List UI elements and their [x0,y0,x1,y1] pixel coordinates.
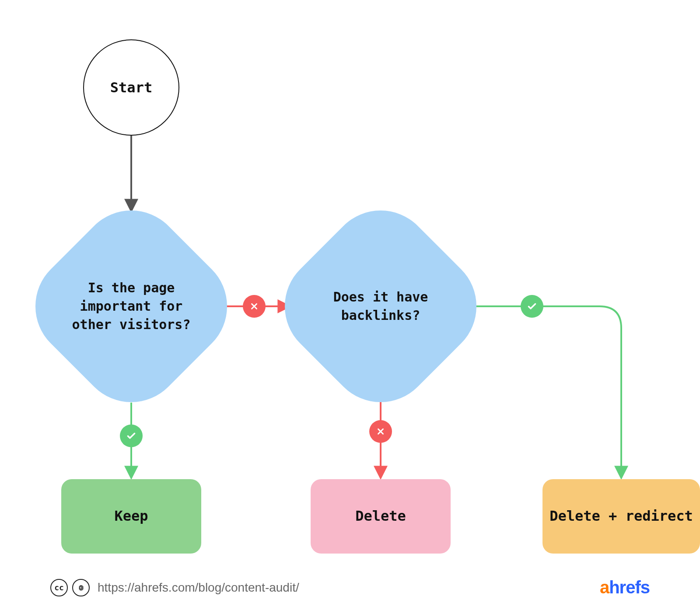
ahrefs-logo-rest: hrefs [609,578,650,597]
action-delete: Delete [311,479,451,554]
decision-important-label: Is the page important for other visitors… [66,279,197,334]
decision-backlinks-label: Does it have backlinks? [315,288,446,325]
action-keep-label: Keep [114,507,148,526]
start-node: Start [83,39,179,136]
action-delete-redirect: Delete + redirect [542,479,700,554]
action-delete-redirect-label: Delete + redirect [550,507,693,526]
cc-icon: cc [50,579,68,596]
source-url: https://ahrefs.com/blog/content-audit/ [98,581,600,595]
footer: cc 🄯 https://ahrefs.com/blog/content-aud… [50,578,650,597]
flowchart-canvas: Start Is the page important for other vi… [0,0,700,610]
ahrefs-logo: ahrefs [600,578,650,597]
cc-by-icon: 🄯 [72,579,90,596]
action-keep: Keep [61,479,201,554]
x-icon [369,420,392,443]
check-icon [120,424,143,447]
check-icon [521,295,543,318]
x-icon [243,295,266,318]
ahrefs-logo-a: a [600,578,609,597]
start-label: Start [110,79,152,96]
cc-license-icons: cc 🄯 [50,579,90,596]
edge-d2-yes [464,306,621,477]
action-delete-label: Delete [355,507,406,526]
